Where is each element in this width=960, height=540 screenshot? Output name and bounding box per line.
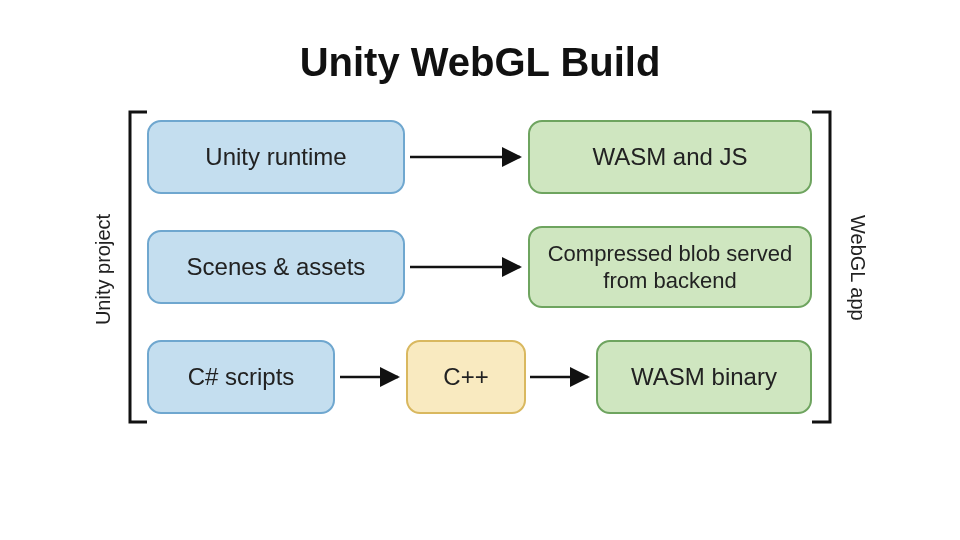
- left-bracket-icon: [130, 112, 147, 422]
- box-compressed-blob: Compressed blob served from backend: [528, 226, 812, 308]
- right-group-label: WebGL app: [846, 215, 869, 321]
- right-bracket-icon: [812, 112, 830, 422]
- box-label: Unity runtime: [205, 142, 346, 172]
- diagram-title: Unity WebGL Build: [0, 40, 960, 85]
- box-wasm-binary: WASM binary: [596, 340, 812, 414]
- box-label: Compressed blob served from backend: [544, 240, 796, 295]
- box-csharp-scripts: C# scripts: [147, 340, 335, 414]
- box-cpp: C++: [406, 340, 526, 414]
- box-label: WASM and JS: [592, 142, 747, 172]
- box-unity-runtime: Unity runtime: [147, 120, 405, 194]
- box-scenes-assets: Scenes & assets: [147, 230, 405, 304]
- box-label: C++: [443, 362, 488, 392]
- diagram-stage: Unity WebGL Build Unity runtime Scenes &…: [0, 0, 960, 540]
- box-label: WASM binary: [631, 362, 777, 392]
- box-label: C# scripts: [188, 362, 295, 392]
- left-group-label: Unity project: [92, 214, 115, 325]
- box-label: Scenes & assets: [187, 252, 366, 282]
- box-wasm-js: WASM and JS: [528, 120, 812, 194]
